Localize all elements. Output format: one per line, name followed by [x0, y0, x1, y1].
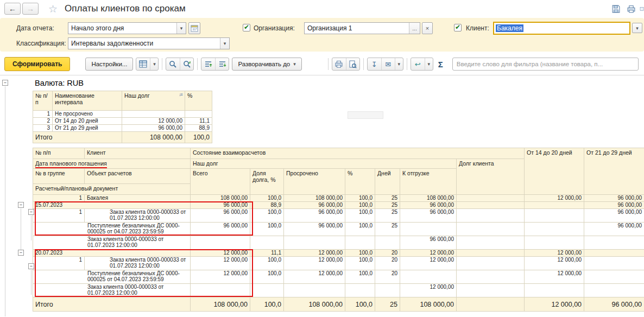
cell: 12 000,00 — [525, 297, 584, 312]
chevron-down-icon: ▾ — [636, 26, 639, 31]
cell — [375, 284, 400, 297]
cell — [584, 284, 644, 297]
cell — [525, 284, 584, 297]
sum-icon[interactable]: Σ — [438, 60, 443, 69]
export-group: ↧ ✉ ▾ — [367, 58, 403, 71]
report-date-dropdown-button[interactable]: ▾ — [176, 23, 186, 34]
cell: 96 000,00 — [584, 209, 644, 223]
cell: Заказ клиента 0000-000033 от 01.07.2023 … — [33, 284, 191, 297]
cell: 96 000,00 — [191, 209, 250, 223]
favorite-star-icon[interactable]: ☆ — [48, 3, 58, 15]
collapse-groups-button[interactable] — [201, 58, 215, 70]
cell: 25 — [375, 202, 400, 209]
settings-button[interactable]: Настройки... — [85, 58, 133, 71]
cell: 100,0 — [185, 132, 212, 143]
cell: 100,0 — [345, 195, 375, 202]
cell: 100,0 — [345, 270, 375, 284]
header-14-20-days: От 14 до 20 дней — [525, 148, 584, 195]
report-date-input[interactable] — [68, 23, 176, 34]
classification-combo: ▾ — [68, 37, 230, 49]
currency-title: Валюта: RUB — [35, 79, 84, 87]
save-button[interactable] — [609, 2, 622, 15]
undo-button[interactable]: ↩ — [411, 58, 425, 70]
cell: Заказ клиента 0000-000033 от 01.07.2023 … — [85, 209, 191, 223]
cell: 100,0 — [250, 195, 284, 202]
tree-collapse-group-1[interactable]: − — [18, 202, 24, 208]
cell — [457, 209, 525, 223]
filter-input[interactable] — [452, 58, 639, 71]
cell: 2 — [33, 118, 53, 125]
client-input[interactable]: Бакалея — [493, 22, 630, 35]
cell: 108 000,00 — [122, 132, 185, 143]
organization-input[interactable] — [305, 23, 409, 34]
chevron-down-icon: ▾ — [153, 61, 156, 67]
cell: 96 000,00 — [400, 209, 457, 223]
cell: 108 000,00 — [284, 297, 345, 312]
calendar-button[interactable] — [188, 22, 200, 34]
report-variant-dropdown-button[interactable]: ▾ — [150, 58, 158, 70]
cell: Поступление безналичных ДС 0000-000025 о… — [33, 270, 191, 284]
export-button[interactable]: ↧ — [368, 58, 381, 70]
export-dropdown-button[interactable]: ▾ — [395, 58, 403, 70]
search-button[interactable] — [166, 58, 180, 70]
client-dropdown-button[interactable]: ▾ — [632, 23, 642, 33]
cell: 1 — [33, 111, 53, 118]
print-report-button[interactable] — [332, 58, 346, 70]
header-settlement-state: Состояние взаиморасчетов — [191, 148, 525, 159]
summary-header-debt[interactable]: Наш долг↓≡ — [122, 91, 185, 111]
organization-select-button[interactable]: ... — [409, 23, 420, 34]
tree-line — [21, 208, 21, 250]
tree-collapse-subgroup-2[interactable]: − — [28, 263, 34, 269]
organization-clear-button[interactable]: × — [422, 22, 433, 34]
client-checkbox[interactable]: ✔ — [454, 24, 462, 31]
cell: 100,0 — [250, 209, 284, 223]
back-button[interactable]: ← — [4, 3, 21, 15]
overlay-artifact — [348, 111, 383, 119]
tree-collapse-root[interactable]: − — [2, 80, 8, 86]
cell: 1 — [33, 209, 85, 223]
search-next-button[interactable] — [180, 58, 193, 70]
summary-header-row: № п/п Наименование интервала Наш долг↓≡ … — [33, 91, 212, 111]
print-button[interactable] — [624, 2, 637, 15]
generate-button[interactable]: Сформировать — [4, 57, 70, 71]
cell — [457, 297, 525, 312]
classification-dropdown-button[interactable]: ▾ — [220, 38, 229, 49]
tree-collapse-subgroup-1[interactable]: − — [28, 209, 34, 215]
header-group-num: № в группе — [33, 169, 85, 184]
cell: 20 — [375, 250, 400, 257]
report-row-group: 20.07.202312 000,0011,112 000,00100,0201… — [33, 250, 644, 257]
report-variant-button[interactable] — [136, 58, 150, 70]
cell: 25 — [375, 297, 400, 312]
tree-collapse-group-2[interactable]: − — [18, 250, 24, 256]
cell — [457, 257, 525, 270]
export-icon: ↧ — [371, 60, 377, 68]
expand-to-button[interactable]: Разворачивать до ▾ — [232, 58, 301, 71]
check-icon: ✔ — [454, 24, 461, 30]
cell: 25 — [375, 195, 400, 202]
cell — [584, 236, 644, 250]
cell: 3 — [33, 125, 53, 132]
cell: 25 — [375, 223, 400, 236]
search-next-icon — [183, 60, 191, 68]
main-table-body: 1Бакалея108 000,00100,0108 000,00100,025… — [33, 195, 644, 312]
print-preview-button[interactable] — [346, 58, 359, 70]
classification-input[interactable] — [68, 38, 220, 49]
summary-header-interval: Наименование интервала — [53, 91, 122, 111]
cell: 108 000,00 — [400, 195, 457, 202]
cell: 96 000,00 — [191, 202, 250, 209]
cell: 96 000,00 — [584, 297, 644, 312]
more-actions-button[interactable] — [640, 2, 644, 15]
send-mail-button[interactable]: ✉ — [381, 58, 395, 70]
cell: 12 000,00 — [191, 250, 250, 257]
report-row-client: 1Бакалея108 000,00100,0108 000,00100,025… — [33, 195, 644, 202]
undo-dropdown-button[interactable]: ▾ — [425, 58, 433, 70]
client-label: Клиент: — [466, 24, 489, 32]
header-share: Доля долга, % — [250, 169, 284, 195]
toolbar-separator — [197, 58, 198, 70]
forward-button[interactable]: → — [22, 3, 39, 15]
cell: 100,0 — [345, 202, 375, 209]
cell: 108 000,00 — [191, 195, 250, 202]
organization-checkbox[interactable]: ✔ — [243, 24, 250, 31]
expand-groups-button[interactable] — [215, 58, 229, 70]
ellipsis-icon: ... — [412, 26, 416, 31]
